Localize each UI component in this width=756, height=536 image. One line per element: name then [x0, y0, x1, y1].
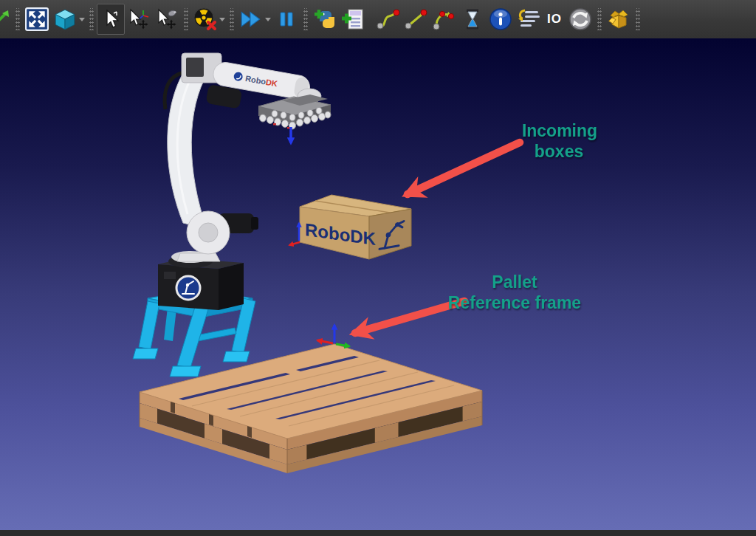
- svg-text:Reference frame: Reference frame: [448, 293, 581, 312]
- set-io-icon[interactable]: IO: [543, 4, 566, 35]
- toolbar-separator: [184, 8, 188, 30]
- toolbar-separator: [597, 8, 602, 30]
- isometric-view-icon[interactable]: [51, 4, 79, 35]
- pause-simulation-icon[interactable]: [272, 4, 300, 35]
- collision-check-icon[interactable]: [191, 4, 219, 35]
- add-python-program-icon[interactable]: [311, 4, 339, 35]
- robodk-base-logo: [176, 276, 200, 300]
- toolbar-separator: [303, 8, 308, 30]
- toolbar-separator: [230, 8, 234, 30]
- joint-move-icon[interactable]: [374, 4, 402, 35]
- set-io-label: IO: [547, 12, 562, 27]
- robodk-window: IO: [0, 0, 756, 536]
- fast-forward-icon[interactable]: [237, 4, 265, 35]
- svg-text:Incoming: Incoming: [522, 121, 597, 140]
- collision-dropdown-caret[interactable]: [219, 18, 225, 21]
- linear-move-icon[interactable]: [402, 4, 430, 35]
- pause-instruction-icon[interactable]: [458, 4, 487, 35]
- move-tool-icon[interactable]: [153, 4, 181, 35]
- bottom-edge-bar: [0, 530, 756, 536]
- main-toolbar: IO: [0, 0, 756, 38]
- toolbar-separator: [89, 8, 94, 30]
- move-reference-tool-icon[interactable]: [125, 4, 153, 35]
- simulation-event-icon[interactable]: [566, 4, 594, 35]
- viewport-background: [0, 38, 756, 530]
- add-program-icon[interactable]: [339, 4, 367, 35]
- program-call-icon[interactable]: [515, 4, 543, 35]
- fit-all-icon[interactable]: [23, 4, 51, 35]
- svg-text:Pallet: Pallet: [492, 272, 537, 292]
- toolbar-separator: [636, 8, 640, 30]
- circular-move-icon[interactable]: [430, 4, 458, 35]
- run-dropdown-caret[interactable]: [265, 18, 271, 21]
- toolbar-separator: [16, 8, 20, 30]
- svg-text:boxes: boxes: [535, 142, 583, 161]
- open-box-icon[interactable]: [605, 4, 633, 35]
- view-dropdown-caret[interactable]: [79, 18, 85, 21]
- curve-target-icon[interactable]: [0, 4, 13, 35]
- select-tool-icon[interactable]: [97, 4, 125, 35]
- 3d-viewport[interactable]: RoboDK: [0, 38, 756, 530]
- show-message-icon[interactable]: [487, 4, 515, 35]
